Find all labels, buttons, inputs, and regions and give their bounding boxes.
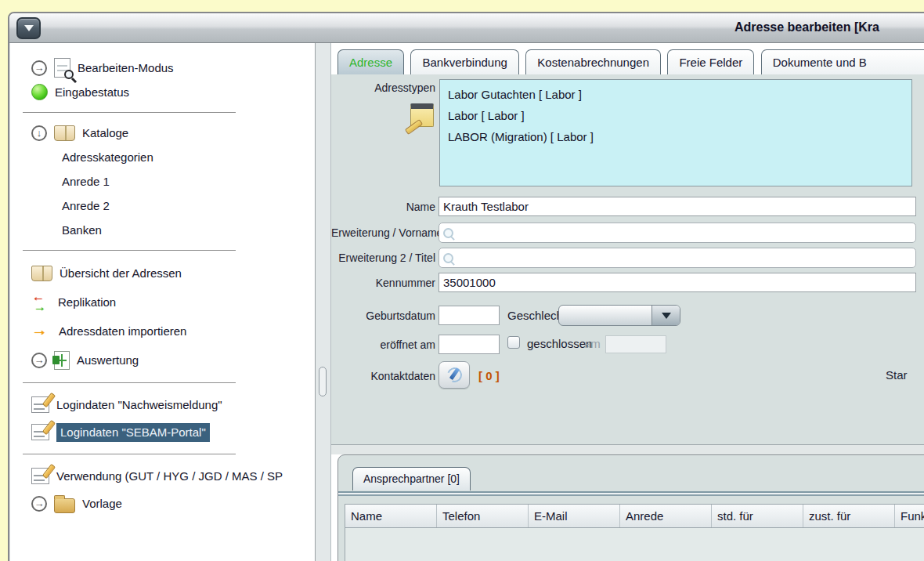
sidebar-item-label: Anrede 2: [62, 199, 110, 212]
sidebar-item-label: Replikation: [58, 295, 116, 309]
sidebar-item-logindaten-nachweismeldung[interactable]: Logindaten "Nachweismeldung": [10, 391, 315, 418]
sidebar-item-label: Bearbeiten-Modus: [78, 61, 174, 74]
sidebar-item-auswertung[interactable]: Auswertung: [10, 346, 315, 375]
sidebar: Bearbeiten-Modus Eingabestatus Kataloge …: [9, 43, 316, 561]
ansprechpartner-panel: Ansprechpartner [0] Name Telefon E-Mail …: [337, 454, 924, 561]
notepad-pencil-icon[interactable]: [406, 103, 435, 131]
table-header-row: Name Telefon E-Mail Anrede std. für zust…: [345, 505, 924, 528]
divider: [23, 112, 236, 113]
adresstyp-entry[interactable]: Labor Gutachten [ Labor ]: [448, 84, 904, 105]
panel-splitter[interactable]: [316, 43, 331, 561]
eroeffnet-am-label: eröffnet am: [331, 338, 435, 351]
circle-arrow-right-icon: [31, 353, 47, 368]
geschlossen-label: geschlossen: [527, 337, 592, 350]
column-header-email[interactable]: E-Mail: [529, 505, 620, 527]
title-bar: Adresse bearbeiten [Kra: [9, 13, 924, 43]
geschlecht-dropdown[interactable]: [558, 305, 680, 326]
sidebar-item-banken[interactable]: Banken: [10, 218, 315, 242]
sidebar-item-label: Vorlage: [82, 497, 122, 510]
sidebar-item-replikation[interactable]: Replikation: [10, 288, 315, 317]
adresstyp-entry[interactable]: LABOR (Migration) [ Labor ]: [448, 126, 904, 147]
window-title: Adresse bearbeiten [Kra: [735, 20, 879, 34]
adresstyp-entry[interactable]: Labor [ Labor ]: [448, 105, 904, 126]
sidebar-item-label: Adressdaten importieren: [59, 324, 186, 338]
panel-gap: [331, 445, 924, 454]
kontaktdaten-label: Kontaktdaten: [331, 370, 435, 382]
search-icon: [443, 252, 454, 263]
sidebar-item-label: Adresskategorien: [62, 150, 153, 164]
geschlossen-checkbox[interactable]: [507, 336, 520, 349]
sidebar-item-verwendung[interactable]: Verwendung (GUT / HYG / JGD / MAS / SP: [10, 462, 315, 490]
sidebar-item-label: Logindaten "Nachweismeldung": [56, 398, 222, 411]
sidebar-item-vorlage[interactable]: Vorlage: [10, 490, 315, 517]
tab-adresse[interactable]: Adresse: [337, 49, 404, 75]
sidebar-item-uebersicht-der-adressen[interactable]: Übersicht der Adressen: [10, 259, 315, 288]
geschlossen-am-field: [605, 335, 666, 353]
sidebar-item-kataloge[interactable]: Kataloge: [10, 121, 315, 145]
adresstypen-label: Adresstypen: [331, 81, 435, 94]
circle-arrow-down-icon: [31, 125, 47, 141]
sidebar-item-adresskategorien[interactable]: Adresskategorien: [10, 145, 315, 169]
edit-document-icon: [31, 468, 49, 484]
am-label: am: [584, 337, 601, 350]
column-header-zust-fuer[interactable]: zust. für: [803, 505, 895, 527]
tab-dokumente[interactable]: Dokumente und B: [761, 49, 924, 75]
table-body-empty[interactable]: [345, 528, 924, 561]
geburtsdatum-label: Geburtsdatum: [331, 309, 435, 322]
column-header-name[interactable]: Name: [345, 505, 437, 527]
dropdown-button[interactable]: [651, 306, 680, 325]
divider: [23, 382, 236, 383]
kontaktdaten-count: [ 0 ]: [478, 369, 500, 382]
erweiterung-vorname-field[interactable]: [439, 223, 916, 243]
sidebar-item-anrede-2[interactable]: Anrede 2: [10, 194, 315, 218]
divider: [23, 250, 236, 251]
window-menu-button[interactable]: [16, 17, 41, 39]
folder-icon: [54, 498, 75, 513]
search-icon: [443, 227, 454, 238]
geschlecht-value: [559, 306, 651, 325]
standard-label: Star: [886, 368, 908, 382]
circle-arrow-right-icon: [31, 60, 47, 76]
contact-pen-icon: [446, 366, 464, 384]
edit-document-icon: [31, 396, 49, 413]
erweiterung2-titel-field[interactable]: [439, 248, 916, 268]
column-header-funktion[interactable]: Funktion: [895, 505, 924, 527]
splitter-handle[interactable]: [319, 367, 327, 396]
kennummer-field[interactable]: 35001000: [439, 273, 916, 292]
ansprechpartner-table: Name Telefon E-Mail Anrede std. für zust…: [345, 504, 924, 561]
column-header-anrede[interactable]: Anrede: [620, 505, 712, 527]
column-header-telefon[interactable]: Telefon: [437, 505, 529, 527]
column-header-std-fuer[interactable]: std. für: [712, 505, 803, 527]
tab-bankverbindung[interactable]: Bankverbindung: [410, 49, 518, 75]
sidebar-item-label: Banken: [62, 223, 102, 237]
geburtsdatum-field[interactable]: [439, 306, 500, 325]
document-magnifier-icon: [54, 58, 70, 78]
desktop-background: { "window": { "title": "Adresse bearbeit…: [0, 0, 924, 561]
eroeffnet-am-field[interactable]: [439, 335, 500, 354]
sidebar-item-adressdaten-importieren[interactable]: Adressdaten importieren: [10, 317, 315, 346]
sync-arrows-icon: [31, 293, 51, 312]
book-icon: [31, 266, 52, 281]
sidebar-item-label: Anrede 1: [62, 175, 110, 188]
chevron-down-icon: [662, 313, 671, 319]
main-panel: Adresse Bankverbindung Kostenabrechnunge…: [331, 43, 924, 561]
tab-underline: [338, 491, 924, 496]
sidebar-item-label: Eingabestatus: [55, 85, 129, 99]
sidebar-item-label: Auswertung: [77, 353, 139, 367]
sidebar-item-label: Logindaten "SEBAM-Portal": [56, 423, 210, 442]
circle-arrow-right-icon: [31, 496, 47, 512]
green-status-icon: [31, 84, 48, 100]
adresstypen-listbox[interactable]: Labor Gutachten [ Labor ] Labor [ Labor …: [439, 79, 912, 186]
name-field[interactable]: Krauth Testlabor: [439, 197, 916, 216]
kontaktdaten-button[interactable]: [439, 361, 470, 389]
sidebar-item-eingabestatus[interactable]: Eingabestatus: [10, 80, 315, 104]
tab-freie-felder[interactable]: Freie Felder: [667, 49, 754, 75]
sidebar-item-logindaten-sebam-portal[interactable]: Logindaten "SEBAM-Portal": [10, 418, 315, 446]
tab-kostenabrechnungen[interactable]: Kostenabrechnungen: [525, 49, 661, 75]
erweiterung-vorname-label: Erweiterung / Vorname: [331, 226, 435, 239]
import-arrow-icon: [31, 323, 52, 340]
tab-ansprechpartner[interactable]: Ansprechpartner [0]: [352, 467, 471, 490]
sidebar-item-bearbeiten-modus[interactable]: Bearbeiten-Modus: [10, 56, 315, 80]
book-icon: [54, 125, 75, 141]
sidebar-item-anrede-1[interactable]: Anrede 1: [10, 169, 315, 194]
